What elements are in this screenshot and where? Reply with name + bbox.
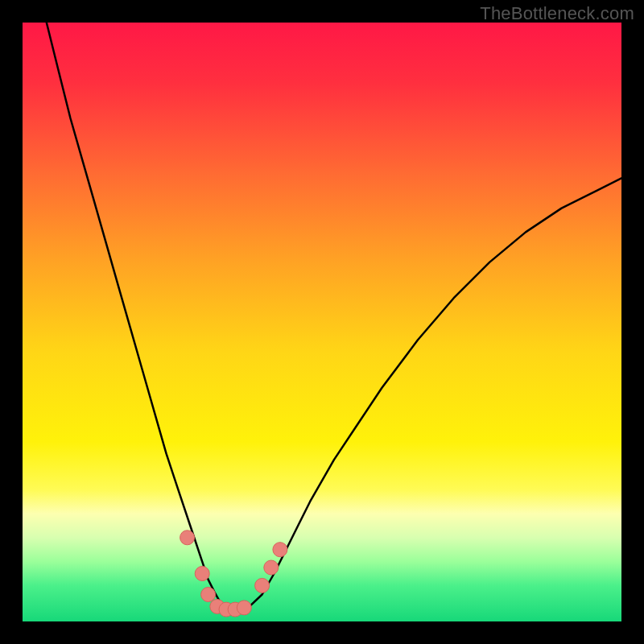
gradient-background [23,23,621,621]
data-marker [237,601,251,615]
data-marker [201,588,216,602]
data-marker [264,560,279,575]
chart-frame: TheBottleneck.com [0,0,644,644]
data-marker [195,567,209,581]
watermark-label: TheBottleneck.com [480,3,634,24]
chart-svg [23,23,621,621]
data-marker [255,578,270,592]
data-marker [273,543,287,557]
plot-area [23,23,621,621]
data-marker [180,530,195,545]
